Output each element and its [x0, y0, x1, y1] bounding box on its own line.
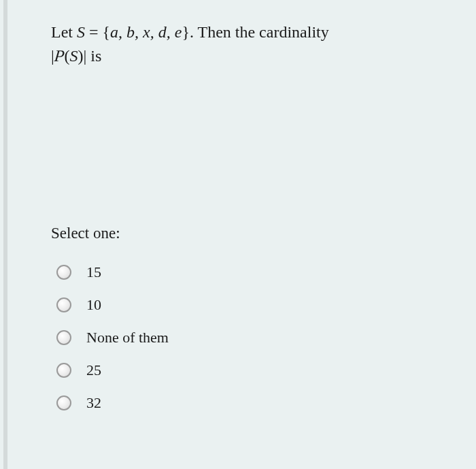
text-is: is [86, 47, 101, 65]
left-accent-border [3, 0, 7, 469]
option-row-1: 10 [51, 289, 449, 321]
question-text: Let S = {a, b, x, d, e}. Then the cardin… [51, 20, 449, 68]
text-let: Let [51, 23, 77, 41]
var-S: S [77, 23, 85, 41]
option-row-3: 25 [51, 354, 449, 387]
radio-option-4[interactable] [56, 395, 71, 410]
radio-option-3[interactable] [56, 363, 71, 378]
var-S-2: S [69, 47, 78, 65]
option-label-2[interactable]: None of them [86, 329, 169, 346]
option-label-3[interactable]: 25 [86, 361, 101, 379]
select-one-prompt: Select one: [51, 225, 449, 242]
option-row-2: None of them [51, 321, 449, 354]
options-list: 15 10 None of them 25 32 [51, 256, 449, 419]
question-container: Let S = {a, b, x, d, e}. Then the cardin… [0, 0, 476, 440]
option-row-0: 15 [51, 256, 449, 289]
equals: = [85, 23, 103, 41]
radio-option-0[interactable] [56, 265, 71, 280]
set-close: } [182, 23, 190, 41]
set-members: a, b, x, d, e [110, 23, 182, 41]
paren-abs-close: )| [78, 47, 86, 65]
option-label-1[interactable]: 10 [86, 296, 101, 314]
option-row-4: 32 [51, 387, 449, 419]
radio-option-1[interactable] [56, 297, 71, 312]
text-then: . Then the cardinality [190, 23, 329, 41]
radio-option-2[interactable] [56, 330, 71, 345]
set-open: { [103, 23, 111, 41]
option-label-0[interactable]: 15 [86, 263, 101, 281]
powerset-P: P [53, 44, 65, 68]
option-label-4[interactable]: 32 [86, 394, 101, 412]
